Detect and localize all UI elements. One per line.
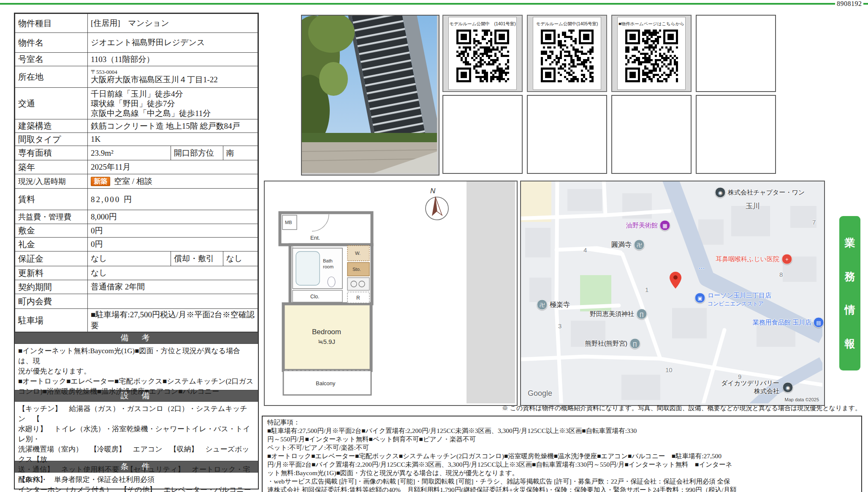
map-street-number: 1 (645, 286, 648, 293)
shrine-noda-ebisu-icon[interactable]: ∏ (637, 309, 647, 319)
row-property-name: 物件名ジオエント福島野田レジデンス (15, 33, 258, 53)
status-text: 空室 / 相談 (114, 177, 152, 186)
field-label: 間取タイプ (15, 133, 88, 146)
field-value: ■駐車場有:27,500円税込/月※平面2台※空確認要 (87, 309, 258, 332)
svg-text:Sto.: Sto. (353, 267, 361, 272)
company-chapterone-icon[interactable]: ◉ (715, 187, 726, 198)
row-room-number: 号室名1103（11階部分） (15, 53, 258, 66)
tab-char: 務 (845, 270, 855, 284)
photo-placeholder-box (696, 15, 776, 92)
postal-code: 〒553-0004 (91, 69, 255, 75)
row-common-fee: 共益費・管理費8,000円 (15, 210, 258, 224)
field-label: 所在地 (15, 66, 88, 88)
field-label: 物件種目 (15, 14, 88, 33)
map-label-shrine-kumano[interactable]: 熊野社(熊野宮) (585, 340, 627, 348)
field-sublabel: 開口部方位 (171, 146, 223, 160)
shrine-kumano-icon[interactable]: ∏ (630, 338, 640, 349)
map-label-temple-gokurakuji[interactable]: 極楽寺 (550, 300, 570, 309)
lawson-store-icon[interactable]: ▣ (695, 293, 705, 303)
photo-placeholder-box (527, 95, 607, 174)
qr-card-2: モデルルーム公開中(1405号室) (527, 15, 607, 92)
disclaimer-note: ※ この資料は物件の概略紹介資料になります。写真、間取図面、設備、概要などが現況… (262, 404, 861, 412)
business-info-tab[interactable]: 業 務 情 報 (839, 216, 860, 370)
map-label-company-chapterone[interactable]: 株式会社チャプター・ワン (728, 189, 805, 197)
map-label-museum-yuno[interactable]: 油野美術館 (626, 222, 658, 230)
field-value: 千日前線「玉川」徒歩4分環状線「野田」徒歩7分京阪中之島線「中之島」徒歩11分 (87, 88, 258, 119)
row-deposit: 敷金0円 (15, 224, 258, 238)
photo-placeholder-box (696, 95, 776, 174)
temple-enmanji-icon[interactable]: 卍 (634, 240, 645, 250)
svg-text:MB: MB (285, 220, 292, 225)
svg-text:room: room (323, 264, 334, 269)
field-value (87, 294, 258, 309)
map-pin-icon[interactable] (670, 272, 681, 290)
building-photo-image (302, 16, 437, 173)
field-label: 町内会費 (15, 294, 88, 309)
row-contract-term: 契約期間普通借家 2年間 (15, 280, 258, 294)
map-label-delivery-daikatsu-2: 株式会社 (754, 387, 779, 395)
property-sheet-page: 8908192 物件種目[住居用] マンション 物件名ジオエント福島野田レジデン… (0, 0, 868, 492)
top-accent-line (0, 3, 835, 5)
map-label-lawson-store[interactable]: ローソン玉川三丁目店 (708, 292, 771, 300)
row-property-type: 物件種目[住居用] マンション (15, 14, 258, 33)
qr-card-1: モデルルーム公開中 (1401号室) (442, 15, 523, 92)
qr-card-3: ■物件ホームページはこちらから (611, 15, 692, 92)
field-subvalue: 南 (223, 146, 258, 160)
qr-code-2 (541, 30, 594, 84)
delivery-daikatsu-icon[interactable]: ◉ (783, 382, 793, 393)
field-value: なし (87, 251, 171, 266)
field-label: 契約期間 (15, 280, 88, 294)
field-label: 共益費・管理費 (15, 210, 88, 224)
qr-code-1 (456, 30, 509, 84)
row-key-money: 礼金0円 (15, 238, 258, 251)
svg-text:Ent.: Ent. (310, 235, 320, 241)
equipment-text: 【キッチン】 給湯器（ガス）・ガスコンロ（2口）・システムキッチン 【水廻り】 … (15, 402, 258, 461)
map-label-shrine-noda-ebisu[interactable]: 野田恵美須神社 (590, 310, 634, 318)
map-label-lawson-store-sub: コンビニエンスストア (708, 300, 764, 308)
row-transit: 交通千日前線「玉川」徒歩4分環状線「野田」徒歩7分京阪中之島線「中之島」徒歩11… (15, 88, 258, 119)
top-accent-line-stub (863, 3, 868, 5)
qr-caption-1: モデルルーム公開中 (1401号室) (449, 17, 516, 27)
map-label-temple-enmanji[interactable]: 圓満寺 (611, 241, 632, 249)
map-street-number: ⋯ (698, 265, 705, 272)
row-built-year: 築年2025年11月 (15, 160, 258, 174)
field-value: なし (87, 266, 258, 280)
field-label: 現況/入居時期 (15, 174, 88, 189)
map-label-clinic-fujii[interactable]: 耳鼻咽喉科ふじい医院 (716, 255, 779, 263)
field-label: 駐車場 (15, 309, 88, 332)
rent-value: 82,000 円 (87, 189, 258, 210)
field-value: 8,000円 (87, 210, 258, 224)
map-label-delivery-daikatsu[interactable]: ダイカツデリバリー (721, 379, 779, 387)
museum-yuno-icon[interactable]: ▦ (660, 220, 670, 231)
clinic-fujii-icon[interactable]: + (782, 254, 792, 265)
map-label-map-attribution: Map data ©2025 (785, 397, 819, 402)
map-street-number: 8 (779, 271, 783, 278)
special-notes-box: 特記事項：■駐車場有:27,500円/月※平面2台■バイク置場有:2,200円/… (262, 416, 862, 492)
photo-placeholder-box (442, 95, 523, 174)
svg-text:Clo.: Clo. (310, 294, 319, 300)
field-value: 2025年11月 (87, 160, 258, 174)
temple-gokurakuji-icon[interactable]: 卍 (537, 300, 548, 310)
field-label: 交通 (15, 88, 88, 119)
field-label: 更新料 (15, 266, 88, 280)
row-rent: 賃料82,000 円 (15, 189, 258, 210)
field-label: 賃料 (15, 189, 88, 210)
tab-char: 情 (845, 303, 855, 317)
field-label: 物件名 (15, 33, 88, 53)
qr-code-3 (625, 30, 678, 84)
scan-gray-band (467, 181, 515, 403)
map-markers: ◉株式会社チャプター・ワン玉川7油野美術館▦圓満寺卍4⋯耳鼻咽喉科ふじい医院+8… (521, 181, 824, 405)
floor-plan: N MB Ent. W. Sto. R (264, 181, 518, 406)
svg-text:Bedroom: Bedroom (312, 328, 341, 336)
row-address: 所在地 〒553-0004大阪府大阪市福島区玉川４丁目1-22 (15, 66, 258, 88)
neighborhood-map[interactable]: ◉株式会社チャプター・ワン玉川7油野美術館▦圓満寺卍4⋯耳鼻咽喉科ふじい医院+8… (520, 181, 825, 406)
field-value: 23.9m² (87, 146, 171, 160)
foodstore-tamagawa-icon[interactable]: ▤ (814, 317, 824, 328)
map-street-number: 10 (665, 366, 673, 373)
compass-icon: N (426, 187, 448, 220)
tab-char: 業 (845, 236, 855, 250)
row-parking: 駐車場■駐車場有:27,500円税込/月※平面2台※空確認要 (15, 309, 258, 332)
svg-text:Balcony: Balcony (316, 380, 336, 387)
field-label: 礼金 (15, 238, 88, 251)
map-label-foodstore-tamagawa[interactable]: 業務用食品館 玉川店 (753, 319, 811, 327)
